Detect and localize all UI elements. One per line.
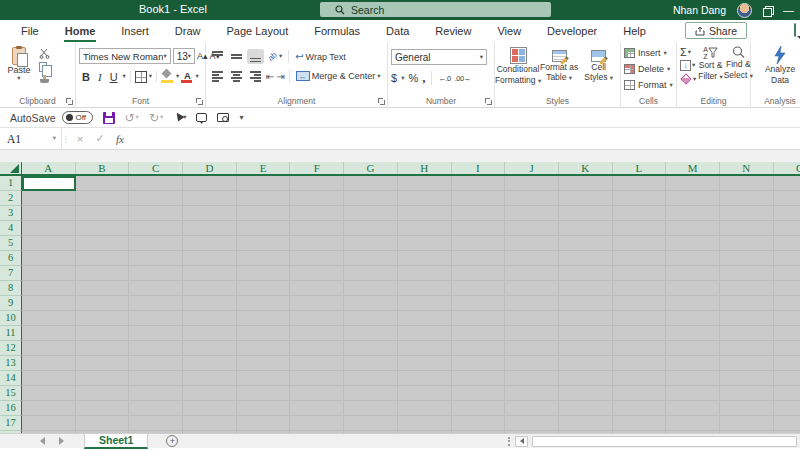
currency-button[interactable]: $ [391, 72, 397, 84]
cell-c4[interactable] [129, 221, 183, 236]
cell-a9[interactable] [22, 296, 76, 311]
cell-f6[interactable] [290, 251, 344, 266]
delete-cells-button[interactable]: Delete ▾ [624, 61, 673, 77]
cell-k1[interactable] [559, 176, 613, 191]
cell-i8[interactable] [452, 281, 506, 296]
row-header-2[interactable]: 2 [0, 191, 22, 206]
cell-e4[interactable] [237, 221, 291, 236]
cell-m5[interactable] [666, 236, 720, 251]
cell-d17[interactable] [183, 416, 237, 431]
cell-n11[interactable] [720, 326, 774, 341]
cell-g7[interactable] [344, 266, 398, 281]
cell-j17[interactable] [505, 416, 559, 431]
cell-b16[interactable] [76, 401, 130, 416]
cell-j5[interactable] [505, 236, 559, 251]
cell-f13[interactable] [290, 356, 344, 371]
font-dialog-launcher[interactable] [196, 98, 203, 105]
copy-button[interactable]: ▾ [39, 62, 52, 72]
cell-a6[interactable] [22, 251, 76, 266]
column-header-c[interactable]: C [129, 162, 183, 174]
cell-b11[interactable] [76, 326, 130, 341]
cell-c10[interactable] [129, 311, 183, 326]
cell-e14[interactable] [237, 371, 291, 386]
cell-e17[interactable] [237, 416, 291, 431]
cell-e11[interactable] [237, 326, 291, 341]
autosum-button[interactable]: Σ ▾ [680, 46, 696, 58]
cell-i3[interactable] [452, 206, 506, 221]
cell-k12[interactable] [559, 341, 613, 356]
cell-f11[interactable] [290, 326, 344, 341]
column-header-b[interactable]: B [76, 162, 130, 174]
cell-c6[interactable] [129, 251, 183, 266]
tab-draw[interactable]: Draw [162, 20, 214, 42]
cell-i14[interactable] [452, 371, 506, 386]
cell-e16[interactable] [237, 401, 291, 416]
cell-d15[interactable] [183, 386, 237, 401]
cell-e2[interactable] [237, 191, 291, 206]
cell-m10[interactable] [666, 311, 720, 326]
cell-i15[interactable] [452, 386, 506, 401]
cell-k10[interactable] [559, 311, 613, 326]
cell-i5[interactable] [452, 236, 506, 251]
clipboard-dialog-launcher[interactable] [66, 98, 73, 105]
cell-h16[interactable] [398, 401, 452, 416]
sort-filter-button[interactable]: A Z Sort & Filter ▾ [698, 45, 723, 85]
format-as-table-button[interactable]: Format as Table ▾ [540, 48, 578, 83]
cell-k15[interactable] [559, 386, 613, 401]
find-select-button[interactable]: Find & Select ▾ [725, 45, 752, 85]
cell-d16[interactable] [183, 401, 237, 416]
orientation-button[interactable]: ab ▾ [266, 51, 284, 62]
cell-n10[interactable] [720, 311, 774, 326]
fill-color-caret-icon[interactable]: ▾ [176, 73, 179, 80]
cell-f9[interactable] [290, 296, 344, 311]
cell-b15[interactable] [76, 386, 130, 401]
row-header-7[interactable]: 7 [0, 266, 22, 281]
cell-b14[interactable] [76, 371, 130, 386]
cell-b9[interactable] [76, 296, 130, 311]
cell-b2[interactable] [76, 191, 130, 206]
cell-c3[interactable] [129, 206, 183, 221]
tab-data[interactable]: Data [373, 20, 422, 42]
cell-f12[interactable] [290, 341, 344, 356]
tab-help[interactable]: Help [610, 20, 659, 42]
cell-c8[interactable] [129, 281, 183, 296]
cell-f4[interactable] [290, 221, 344, 236]
cell-f15[interactable] [290, 386, 344, 401]
cell-j12[interactable] [505, 341, 559, 356]
tab-view[interactable]: View [484, 20, 534, 42]
cell-l8[interactable] [613, 281, 667, 296]
cell-d7[interactable] [183, 266, 237, 281]
tab-home[interactable]: Home [52, 20, 109, 42]
cell-m9[interactable] [666, 296, 720, 311]
scroll-left-button[interactable] [515, 436, 528, 447]
row-header-13[interactable]: 13 [0, 356, 22, 371]
cell-m7[interactable] [666, 266, 720, 281]
cell-l5[interactable] [613, 236, 667, 251]
formula-input[interactable] [130, 128, 800, 149]
cell-h11[interactable] [398, 326, 452, 341]
cell-d5[interactable] [183, 236, 237, 251]
cell-o13[interactable] [774, 356, 800, 371]
cell-l1[interactable] [613, 176, 667, 191]
cell-j13[interactable] [505, 356, 559, 371]
cell-c5[interactable] [129, 236, 183, 251]
save-button[interactable] [103, 112, 115, 124]
italic-button[interactable]: I [95, 71, 105, 83]
cell-h4[interactable] [398, 221, 452, 236]
cell-g8[interactable] [344, 281, 398, 296]
cell-f8[interactable] [290, 281, 344, 296]
clear-button[interactable]: ▾ [680, 73, 696, 85]
cell-n17[interactable] [720, 416, 774, 431]
cell-l13[interactable] [613, 356, 667, 371]
cell-m1[interactable] [666, 176, 720, 191]
cell-c16[interactable] [129, 401, 183, 416]
number-dialog-launcher[interactable] [485, 98, 492, 105]
select-all-button[interactable] [0, 162, 22, 174]
cell-k6[interactable] [559, 251, 613, 266]
cell-o16[interactable] [774, 401, 800, 416]
cell-f7[interactable] [290, 266, 344, 281]
cell-h5[interactable] [398, 236, 452, 251]
next-sheet-icon[interactable] [59, 437, 64, 445]
cell-h7[interactable] [398, 266, 452, 281]
underline-caret-icon[interactable]: ▾ [123, 73, 126, 80]
